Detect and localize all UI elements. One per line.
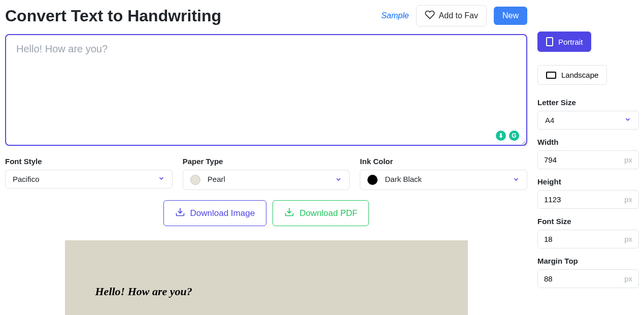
height-unit: px <box>618 195 638 204</box>
ink-color-value: Dark Black <box>385 175 422 183</box>
portrait-label: Portrait <box>558 38 583 46</box>
width-input[interactable] <box>538 151 618 169</box>
portrait-icon <box>546 37 553 46</box>
height-label: Height <box>537 177 639 186</box>
width-unit: px <box>618 155 638 164</box>
font-style-select[interactable]: Pacifico <box>5 170 173 188</box>
landscape-button[interactable]: Landscape <box>537 65 607 85</box>
download-image-button[interactable]: Download Image <box>163 200 267 226</box>
width-label: Width <box>537 138 639 146</box>
paper-type-select[interactable]: Pearl <box>183 170 350 190</box>
font-style-value: Pacifico <box>13 175 40 183</box>
download-image-label: Download Image <box>190 208 255 218</box>
new-button[interactable]: New <box>494 7 527 25</box>
download-pdf-button[interactable]: Download PDF <box>273 200 369 226</box>
sample-link[interactable]: Sample <box>381 11 409 20</box>
paper-type-label: Paper Type <box>183 157 350 166</box>
ink-color-label: Ink Color <box>360 157 527 166</box>
grammarly-add-icon: ⬇ <box>496 131 506 141</box>
heart-icon <box>425 10 435 22</box>
handwriting-preview: Hello! How are you? <box>65 240 468 315</box>
add-to-fav-button[interactable]: Add to Fav <box>416 5 487 26</box>
ink-color-select[interactable]: Dark Black <box>360 170 527 190</box>
letter-size-select[interactable]: A4 <box>537 111 639 130</box>
font-size-label: Font Size <box>537 217 639 226</box>
add-to-fav-label: Add to Fav <box>439 11 478 20</box>
portrait-button[interactable]: Portrait <box>537 32 591 52</box>
chevron-down-icon <box>335 176 342 184</box>
font-size-unit: px <box>618 235 638 243</box>
margin-top-label: Margin Top <box>537 257 639 265</box>
font-size-input[interactable] <box>538 230 618 248</box>
letter-size-value: A4 <box>545 116 554 124</box>
chevron-down-icon <box>158 175 165 183</box>
letter-size-label: Letter Size <box>537 98 639 107</box>
margin-top-input[interactable] <box>538 270 618 288</box>
download-icon <box>175 207 185 219</box>
text-input[interactable] <box>5 34 527 146</box>
preview-text: Hello! How are you? <box>95 285 192 298</box>
margin-top-unit: px <box>618 274 638 283</box>
grammarly-widget[interactable]: ⬇ G <box>496 131 519 141</box>
download-icon <box>284 207 294 219</box>
paper-type-value: Pearl <box>208 175 225 183</box>
grammarly-icon: G <box>509 131 519 141</box>
chevron-down-icon <box>513 176 520 184</box>
landscape-label: Landscape <box>561 71 598 79</box>
page-title: Convert Text to Handwriting <box>5 7 221 25</box>
height-input[interactable] <box>538 191 618 208</box>
landscape-icon <box>546 72 556 79</box>
ink-swatch-icon <box>367 175 378 185</box>
paper-swatch-icon <box>190 175 200 185</box>
chevron-down-icon <box>624 116 631 124</box>
download-pdf-label: Download PDF <box>299 208 357 218</box>
font-style-label: Font Style <box>5 157 173 166</box>
